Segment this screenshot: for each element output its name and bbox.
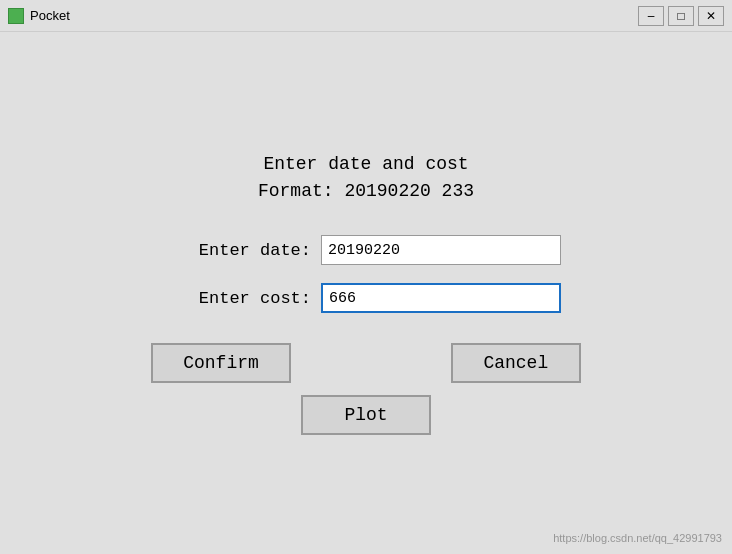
instructions: Enter date and cost Format: 20190220 233 <box>258 151 474 205</box>
title-bar-controls: – □ ✕ <box>638 6 724 26</box>
title-bar-left: Pocket <box>8 8 70 24</box>
minimize-button[interactable]: – <box>638 6 664 26</box>
maximize-button[interactable]: □ <box>668 6 694 26</box>
date-label: Enter date: <box>171 241 311 260</box>
buttons-row1: Confirm Cancel <box>151 343 581 383</box>
plot-button[interactable]: Plot <box>301 395 431 435</box>
cost-input[interactable] <box>321 283 561 313</box>
cost-label: Enter cost: <box>171 289 311 308</box>
app-icon <box>8 8 24 24</box>
confirm-button[interactable]: Confirm <box>151 343 291 383</box>
watermark: https://blog.csdn.net/qq_42991793 <box>553 532 722 544</box>
date-row: Enter date: <box>171 235 561 265</box>
title-bar: Pocket – □ ✕ <box>0 0 732 32</box>
cost-row: Enter cost: <box>171 283 561 313</box>
form-container: Enter date: Enter cost: <box>171 235 561 313</box>
buttons-row2: Plot <box>301 395 431 435</box>
instruction-line2: Format: 20190220 233 <box>258 178 474 205</box>
window-title: Pocket <box>30 8 70 23</box>
close-button[interactable]: ✕ <box>698 6 724 26</box>
instruction-line1: Enter date and cost <box>258 151 474 178</box>
main-content: Enter date and cost Format: 20190220 233… <box>0 32 732 554</box>
cancel-button[interactable]: Cancel <box>451 343 581 383</box>
date-input[interactable] <box>321 235 561 265</box>
